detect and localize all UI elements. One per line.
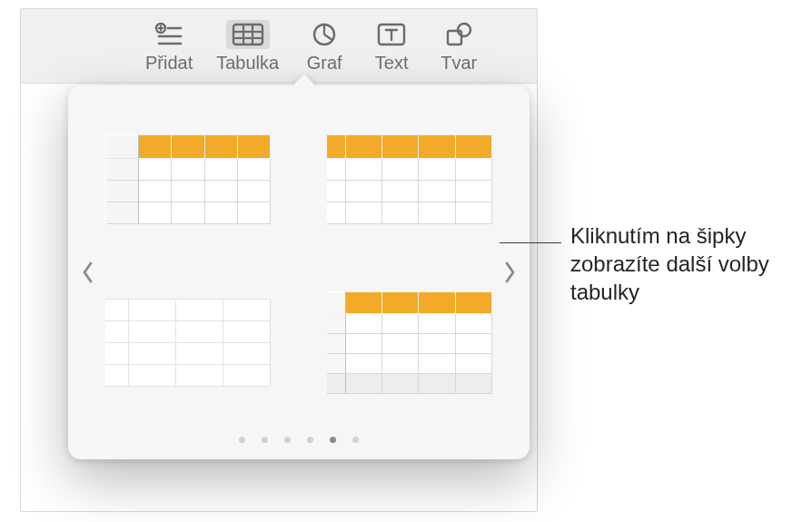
- table-style-option[interactable]: [327, 291, 492, 394]
- table-icon: [232, 23, 264, 46]
- page-dot[interactable]: [307, 437, 313, 443]
- tool-label: Tabulka: [216, 53, 279, 74]
- text-button[interactable]: Text: [359, 9, 424, 74]
- chart-button[interactable]: Graf: [292, 9, 357, 74]
- add-button[interactable]: Přidat: [134, 9, 203, 74]
- page-dot[interactable]: [330, 437, 336, 443]
- callout-text: Kliknutím na šipky zobrazíte další volby…: [570, 222, 797, 307]
- table-style-option[interactable]: [105, 134, 271, 224]
- table-button[interactable]: Tabulka: [205, 9, 290, 74]
- page-indicator: [68, 437, 530, 443]
- callout-leader-line: [500, 242, 561, 243]
- previous-page-arrow[interactable]: [75, 253, 99, 291]
- toolbar: Přidat Tabulka: [21, 9, 537, 84]
- pie-chart-icon: [311, 21, 338, 48]
- table-style-option[interactable]: [327, 134, 492, 224]
- next-page-arrow[interactable]: [499, 253, 522, 291]
- table-style-popover: [68, 85, 530, 459]
- shapes-icon: [444, 22, 473, 47]
- tool-label: Tvar: [441, 53, 477, 74]
- shape-button[interactable]: Tvar: [426, 9, 491, 74]
- popover-caret: [292, 73, 317, 87]
- page-dot[interactable]: [239, 437, 245, 443]
- list-plus-icon: [153, 22, 184, 47]
- page-dot[interactable]: [284, 437, 291, 443]
- text-box-icon: [377, 23, 406, 46]
- table-style-option[interactable]: [105, 299, 271, 387]
- page-dot[interactable]: [352, 437, 359, 443]
- chevron-right-icon: [504, 261, 517, 284]
- tool-label: Graf: [307, 53, 342, 74]
- chevron-left-icon: [81, 261, 94, 284]
- tool-label: Přidat: [145, 53, 193, 74]
- page-dot[interactable]: [262, 437, 268, 443]
- svg-rect-6: [233, 25, 262, 44]
- tool-label: Text: [375, 53, 409, 74]
